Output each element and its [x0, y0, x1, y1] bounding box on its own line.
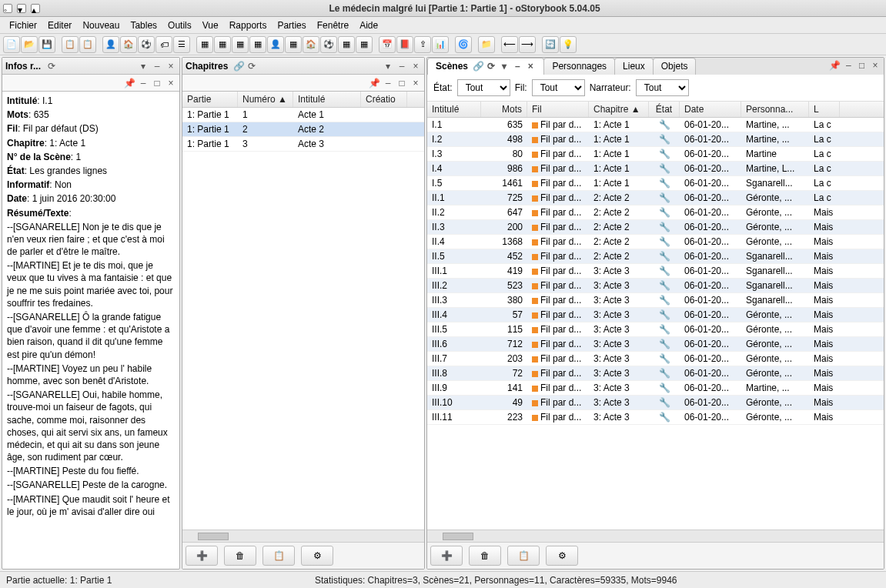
sc-link-icon[interactable]: 🔗 [473, 61, 483, 72]
table-row[interactable]: 1: Partie 11Acte 1 [182, 108, 424, 122]
scene-del-button[interactable]: 🗑 [469, 546, 501, 566]
scene-gear-button[interactable]: ⚙ [546, 546, 578, 566]
chap-pin2-icon[interactable]: 📌 [369, 78, 379, 89]
tb-copy-icon[interactable]: 📋 [62, 36, 79, 53]
table-row[interactable]: II.5452Fil par d...2: Acte 2🔧06-01-20...… [427, 249, 884, 264]
tb-ball2-icon[interactable]: ⚽ [320, 36, 337, 53]
menu-outils[interactable]: Outils [163, 18, 196, 32]
min-icon[interactable]: – [152, 61, 162, 72]
chap-pin-icon[interactable]: ▾ [383, 61, 393, 72]
tb-refresh-icon[interactable]: 🔄 [542, 36, 559, 53]
sc-pin-icon[interactable]: ▾ [499, 61, 510, 72]
tab-personnages[interactable]: Personnages [543, 58, 615, 75]
chap-max2-icon[interactable]: □ [396, 78, 407, 89]
table-row[interactable]: III.1049Fil par d...3: Acte 3🔧06-01-20..… [427, 396, 884, 410]
tb-fwd-icon[interactable]: ⟶ [519, 36, 536, 53]
tb-chart-icon[interactable]: 📊 [432, 36, 449, 53]
filter-narr-select[interactable]: Tout [636, 79, 689, 96]
tb-book-icon[interactable]: 📕 [396, 36, 413, 53]
tb-bulb-icon[interactable]: 💡 [560, 36, 577, 53]
tb-folder-icon[interactable]: 📁 [478, 36, 495, 53]
sc-close2-icon[interactable]: × [870, 60, 881, 71]
table-row[interactable]: 1: Partie 12Acte 2 [182, 122, 424, 137]
min2-icon[interactable]: – [138, 78, 149, 89]
tb-location-icon[interactable]: 🏠 [120, 36, 137, 53]
tb-grid1-icon[interactable]: ▦ [196, 36, 213, 53]
menu-fichier[interactable]: Fichier [5, 18, 42, 32]
table-row[interactable]: 1: Partie 13Acte 3 [182, 137, 424, 152]
chap-gear-button[interactable]: ⚙ [301, 546, 333, 566]
table-row[interactable]: II.41368Fil par d...2: Acte 2🔧06-01-20..… [427, 235, 884, 249]
chap-min2-icon[interactable]: – [383, 78, 393, 89]
window-max-icon[interactable]: ▴ [31, 4, 40, 13]
table-row[interactable]: II.2647Fil par d...2: Acte 2🔧06-01-20...… [427, 205, 884, 220]
menu-tables[interactable]: Tables [125, 18, 162, 32]
tb-new-icon[interactable]: 📄 [3, 36, 20, 53]
scene-scrollbar[interactable] [427, 530, 884, 542]
close2-icon[interactable]: × [165, 78, 176, 89]
chap-del-button[interactable]: 🗑 [224, 546, 256, 566]
tb-ball-icon[interactable]: ⚽ [138, 36, 155, 53]
tb-spiral-icon[interactable]: 🌀 [455, 36, 472, 53]
sc-close-icon[interactable]: × [525, 61, 536, 72]
tb-grid3-icon[interactable]: ▦ [232, 36, 249, 53]
chap-table[interactable]: 1: Partie 11Acte 11: Partie 12Acte 21: P… [182, 108, 424, 530]
chap-close2-icon[interactable]: × [410, 78, 421, 89]
tb-person2-icon[interactable]: 👤 [267, 36, 284, 53]
pin2-icon[interactable]: 📌 [124, 78, 135, 89]
tb-loc2-icon[interactable]: 🏠 [303, 36, 319, 53]
chap-scrollbar[interactable] [182, 530, 424, 542]
table-row[interactable]: I.2498Fil par d...1: Acte 1🔧06-01-20...M… [427, 132, 884, 147]
refresh-icon[interactable]: ⟳ [46, 61, 57, 72]
table-row[interactable]: III.11223Fil par d...3: Acte 3🔧06-01-20.… [427, 410, 884, 425]
menu-vue[interactable]: Vue [198, 18, 223, 32]
scene-add-button[interactable]: ➕ [430, 546, 463, 566]
chap-add-button[interactable]: ➕ [186, 546, 218, 566]
tab-objets[interactable]: Objets [653, 58, 697, 75]
table-row[interactable]: I.4986Fil par d...1: Acte 1🔧06-01-20...M… [427, 162, 884, 176]
tb-export-icon[interactable]: ⇪ [414, 36, 431, 53]
tab-scenes[interactable]: Scènes 🔗 ⟳ ▾ – × [427, 58, 544, 75]
tb-paste-icon[interactable]: 📋 [79, 36, 96, 53]
tb-grid2-icon[interactable]: ▦ [214, 36, 231, 53]
sc-min-icon[interactable]: – [512, 61, 523, 72]
tb-open-icon[interactable]: 📂 [21, 36, 38, 53]
table-row[interactable]: I.380Fil par d...1: Acte 1🔧06-01-20...Ma… [427, 147, 884, 162]
tb-tag-icon[interactable]: 🏷 [155, 36, 172, 53]
sc-max2-icon[interactable]: □ [857, 60, 868, 71]
menu-nouveau[interactable]: Nouveau [78, 18, 124, 32]
table-row[interactable]: I.51461Fil par d...1: Acte 1🔧06-01-20...… [427, 176, 884, 191]
table-row[interactable]: III.7203Fil par d...3: Acte 3🔧06-01-20..… [427, 352, 884, 366]
window-menu-icon[interactable]: ◦ [3, 4, 12, 13]
tb-grid7-icon[interactable]: ▦ [356, 36, 373, 53]
refresh2-icon[interactable]: ⟳ [246, 61, 257, 72]
sc-pin2-icon[interactable]: 📌 [830, 60, 841, 71]
menu-rapports[interactable]: Rapports [225, 18, 272, 32]
tb-list-icon[interactable]: ☰ [173, 36, 190, 53]
scene-header[interactable]: Intitulé Mots Fil Chapitre ▲ État Date P… [427, 102, 884, 118]
filter-fil-select[interactable]: Tout [532, 79, 585, 96]
scene-table[interactable]: I.1635Fil par d...1: Acte 1🔧06-01-20...M… [427, 118, 884, 530]
tb-cal-icon[interactable]: 📅 [379, 36, 396, 53]
tb-back-icon[interactable]: ⟵ [501, 36, 518, 53]
table-row[interactable]: III.457Fil par d...3: Acte 3🔧06-01-20...… [427, 308, 884, 322]
table-row[interactable]: III.5115Fil par d...3: Acte 3🔧06-01-20..… [427, 322, 884, 337]
table-row[interactable]: II.3200Fil par d...2: Acte 2🔧06-01-20...… [427, 220, 884, 235]
chap-close-icon[interactable]: × [410, 61, 421, 72]
chap-header[interactable]: Partie Numéro ▲ Intitulé Créatio [182, 92, 424, 108]
table-row[interactable]: III.1419Fil par d...3: Acte 3🔧06-01-20..… [427, 264, 884, 279]
close-icon[interactable]: × [165, 61, 176, 72]
table-row[interactable]: III.3380Fil par d...3: Acte 3🔧06-01-20..… [427, 293, 884, 308]
tb-save-icon[interactable]: 💾 [38, 36, 55, 53]
table-row[interactable]: III.6712Fil par d...3: Acte 3🔧06-01-20..… [427, 337, 884, 352]
tb-grid4-icon[interactable]: ▦ [249, 36, 266, 53]
tb-person-icon[interactable]: 👤 [102, 36, 119, 53]
table-row[interactable]: III.9141Fil par d...3: Acte 3🔧06-01-20..… [427, 381, 884, 396]
table-row[interactable]: III.2523Fil par d...3: Acte 3🔧06-01-20..… [427, 279, 884, 293]
tb-grid6-icon[interactable]: ▦ [338, 36, 355, 53]
table-row[interactable]: II.1725Fil par d...2: Acte 2🔧06-01-20...… [427, 191, 884, 205]
link-icon[interactable]: 🔗 [233, 61, 244, 72]
chap-copy-button[interactable]: 📋 [262, 546, 295, 566]
pin-icon[interactable]: ▾ [138, 61, 149, 72]
table-row[interactable]: I.1635Fil par d...1: Acte 1🔧06-01-20...M… [427, 118, 884, 132]
